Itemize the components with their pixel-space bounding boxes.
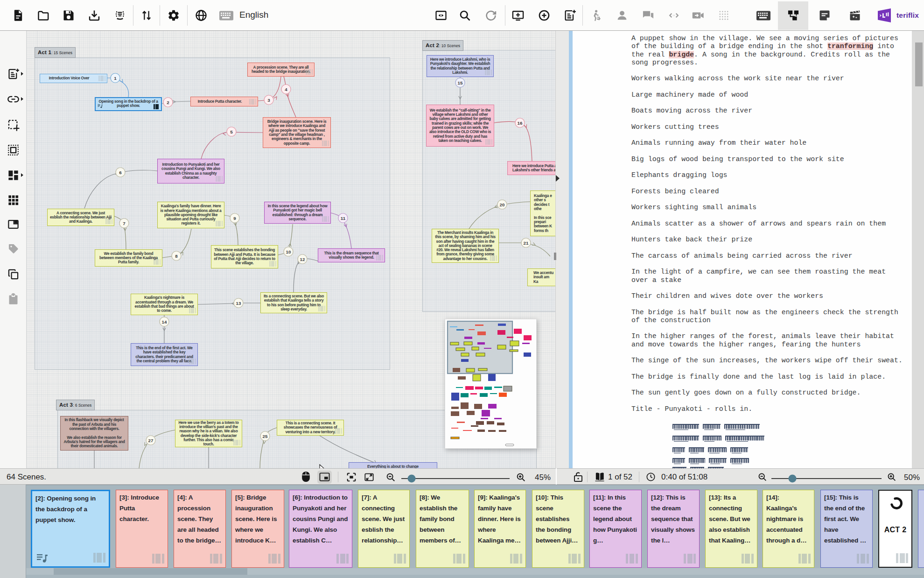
svg-text:12: 12 <box>300 257 305 262</box>
svg-text:4: 4 <box>285 87 287 92</box>
svg-text:6: 6 <box>119 170 122 175</box>
svg-text:20: 20 <box>500 202 505 207</box>
svg-text:9: 9 <box>233 216 236 221</box>
svg-text:1: 1 <box>114 76 117 81</box>
svg-text:8: 8 <box>175 254 178 259</box>
svg-text:13: 13 <box>236 301 241 306</box>
svg-text:3: 3 <box>267 98 270 103</box>
svg-text:11: 11 <box>341 216 346 221</box>
svg-text:27: 27 <box>148 438 154 443</box>
svg-text:21: 21 <box>524 240 529 246</box>
svg-text:10: 10 <box>286 249 291 254</box>
svg-text:15: 15 <box>458 80 463 85</box>
svg-text:25: 25 <box>263 434 268 439</box>
svg-text:7: 7 <box>123 221 126 226</box>
svg-text:2: 2 <box>167 100 169 105</box>
svg-text:16: 16 <box>518 120 523 126</box>
svg-text:14: 14 <box>162 319 167 324</box>
svg-text:5: 5 <box>230 129 233 134</box>
